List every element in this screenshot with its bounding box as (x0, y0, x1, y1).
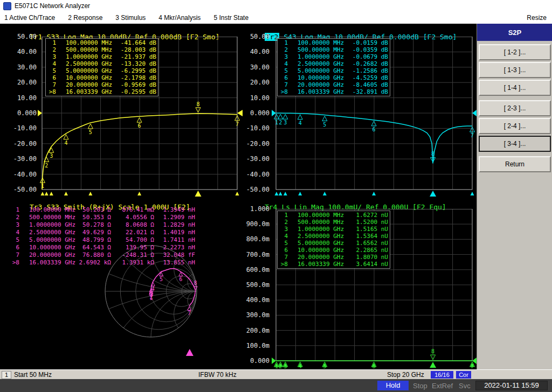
marker-row: 42.5000000 GHz-13.320 dB (47, 60, 156, 67)
softkey-2-3[interactable]: [ 2-3 ]... (479, 100, 551, 116)
y-axis-label: 600.0m (245, 266, 270, 274)
averaging-counter: 16/16 (431, 371, 453, 379)
softkey-1-3[interactable]: [ 1-3 ]... (479, 62, 551, 78)
tr3-stimulus-marker (186, 349, 194, 356)
reference-level-arrow-left (272, 110, 276, 116)
svg-text:6: 6 (372, 127, 376, 132)
marker-row: 55.0000000 GHz-1.2586 dB (279, 67, 388, 74)
y-axis-label: 400.0m (245, 296, 270, 304)
marker-row: 720.000000 GHz-0.9569 dB (47, 81, 156, 88)
marker-row: 1100.00000 MHz50.203 Ω876.41 mΩ1.3949 nH (11, 206, 195, 214)
tr4-y-axis: 1.000900.0m800.0m700.0m600.0m500.0m400.0… (245, 24, 270, 369)
marker-row: 31.0000000 GHz50.278 Ω8.0608 Ω1.2829 nH (11, 221, 195, 229)
svg-text:7: 7 (471, 132, 474, 138)
analyzer-screen: E5071C Network Analyzer 1 Active Ch/Trac… (0, 0, 552, 392)
stop-frequency: Stop 20 GHz (387, 371, 424, 379)
svg-text:1: 1 (41, 183, 44, 189)
marker-row: 31.0000000 GHz1.5165 nU (279, 226, 388, 233)
marker-row: 1100.00000 MHz-41.664 dB (47, 39, 156, 46)
y-axis-label: -40.00 (12, 171, 37, 178)
y-axis-label: 1.000 (245, 205, 270, 213)
marker-row: 55.0000000 GHz-6.2995 dB (47, 67, 156, 74)
softkey-panel: S2P [ 1-2 ]...[ 1-3 ]...[ 1-4 ]...[ 2-3 … (477, 24, 552, 369)
svg-text:8: 8 (431, 151, 434, 157)
stop-indicator: Stop (413, 382, 427, 390)
tr4-marker-table: 1100.00000 MHz1.6272 nU2500.00000 MHz1.5… (277, 211, 390, 269)
menu-item-mkr-analysis[interactable]: 4 Mkr/Analysis (158, 14, 201, 22)
marker-row: >816.003339 GHz-32.891 dB (279, 88, 388, 95)
marker-row: 55.0000000 GHz48.799 Ω54.700 Ω1.7411 nH (11, 236, 195, 244)
channel-indicator: 1 (2, 371, 11, 379)
tr3-marker-table: 1100.00000 MHz50.203 Ω876.41 mΩ1.3949 nH… (11, 206, 195, 267)
marker-row: 610.000000 GHz-4.5259 dB (279, 74, 388, 81)
title-bar: E5071C Network Analyzer (0, 0, 552, 12)
marker-row: >816.003339 GHz2.6902 kΩ1.3931 kΩ13.855 … (11, 259, 195, 267)
y-axis-label: 40.00 (12, 48, 37, 55)
status-bar: 1 Start 50 MHz IFBW 70 kHz Stop 20 GHz 1… (0, 369, 552, 379)
marker-row: 2500.00000 MHz50.353 Ω4.0556 Ω1.2909 nH (11, 214, 195, 221)
marker-row: >816.003339 GHz-0.2595 dB (47, 88, 156, 95)
display-area: Tr1S33 Log Mag 10.00dB/ Ref 0.000dB [F2 … (0, 24, 477, 369)
ifbw-value: IFBW 70 kHz (198, 371, 237, 379)
tr2-marker-table: 1100.00000 MHz-0.0159 dB2500.00000 MHz-0… (277, 38, 390, 96)
reference-level-arrow-right (237, 110, 243, 116)
svg-text:1: 1 (275, 120, 278, 125)
softkey-3-4[interactable]: [ 3-4 ]... (479, 136, 551, 152)
softkey-2-4[interactable]: [ 2-4 ]... (479, 118, 551, 134)
marker-row: 42.5000000 GHz49.629 Ω22.021 Ω1.4019 nH (11, 229, 195, 236)
menu-items: 1 Active Ch/Trace2 Response3 Stimulus4 M… (4, 14, 261, 22)
softkey-menu-title: S2P (477, 24, 552, 41)
datetime-display: 2022-01-11 15:59 (475, 381, 548, 390)
marker-row: 31.0000000 GHz-0.0679 dB (279, 53, 388, 60)
marker-row: 2500.00000 MHz-0.0359 dB (279, 46, 388, 53)
resize-button[interactable]: Resize (527, 14, 547, 22)
marker-row: 2500.00000 MHz1.5200 nU (279, 219, 388, 226)
start-frequency: Start 50 MHz (14, 371, 52, 379)
y-axis-label: 700.0m (245, 251, 270, 258)
marker-row: 720.000000 GHz-8.4605 dB (279, 81, 388, 88)
menu-item-instr-state[interactable]: 5 Instr State (213, 14, 249, 22)
tr1-marker-table: 1100.00000 MHz-41.664 dB2500.00000 MHz-2… (45, 38, 158, 96)
softkey-1-2[interactable]: [ 1-2 ]... (479, 44, 551, 60)
y-axis-label: 30.00 (12, 64, 37, 71)
svg-text:3: 3 (149, 292, 153, 298)
correction-status: Cor (456, 371, 471, 379)
trigger-hold-button[interactable]: Hold (377, 381, 409, 390)
softkey-return[interactable]: Return (479, 156, 551, 172)
y-axis-label: 500.0m (245, 281, 270, 289)
marker-row: 55.0000000 GHz1.6562 nU (279, 240, 388, 247)
svg-text:8: 8 (196, 101, 199, 107)
y-axis-label: 20.00 (12, 79, 37, 86)
marker-row: 610.000000 GHz2.2865 nU (279, 247, 388, 254)
svg-text:5: 5 (323, 122, 326, 128)
softkey-1-4[interactable]: [ 1-4 ]... (479, 80, 551, 96)
marker-row: 610.000000 GHz-2.1798 dB (47, 74, 156, 81)
y-axis-label: 900.0m (245, 220, 270, 228)
marker-row: 720.000000 GHz1.8070 nU (279, 254, 388, 261)
y-axis-label: 10.00 (12, 94, 37, 102)
reference-level-arrow-left (38, 110, 42, 116)
window-title: E5071C Network Analyzer (15, 2, 90, 10)
marker-row: 610.000000 GHz64.543 Ω139.95 Ω2.2273 nH (11, 244, 195, 251)
menu-bar: 1 Active Ch/Trace2 Response3 Stimulus4 M… (0, 12, 552, 24)
menu-item-active-ch-trace[interactable]: 1 Active Ch/Trace (4, 14, 55, 22)
marker-row: 31.0000000 GHz-21.937 dB (47, 53, 156, 60)
svg-text:4: 4 (64, 140, 67, 146)
svg-text:3: 3 (50, 153, 53, 159)
y-axis-label: 300.0m (245, 311, 270, 319)
y-axis-label: -50.00 (12, 186, 37, 193)
y-axis-label: -20.00 (12, 140, 37, 148)
y-axis-label: 0.000 (12, 109, 37, 117)
svg-text:2: 2 (45, 163, 48, 169)
y-axis-label: -30.00 (12, 155, 37, 163)
y-axis-label: 100.0m (245, 342, 270, 349)
svg-text:4: 4 (151, 286, 155, 292)
app-icon (3, 2, 11, 10)
menu-item-response[interactable]: 2 Response (68, 14, 102, 22)
marker-row: 1100.00000 MHz-0.0159 dB (279, 39, 388, 46)
marker-row: 42.5000000 GHz1.5364 nU (279, 233, 388, 240)
y-axis-label: -10.00 (12, 124, 37, 132)
svc-indicator: Svc (459, 382, 471, 390)
menu-item-stimulus[interactable]: 3 Stimulus (115, 14, 146, 22)
svg-text:8: 8 (431, 348, 434, 354)
